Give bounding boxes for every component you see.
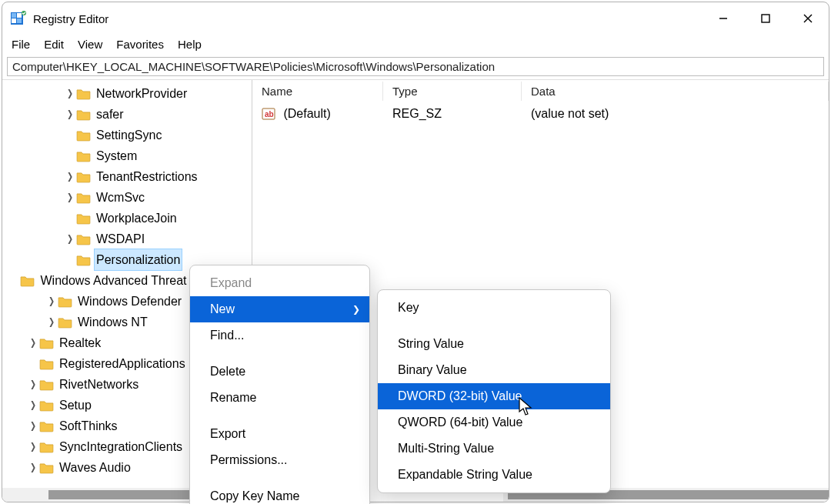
tree-expand-icon[interactable]: ❯ xyxy=(65,104,75,125)
value-row[interactable]: ab (Default) REG_SZ (value not set) xyxy=(252,103,829,125)
tree-item-label: RivetNetworks xyxy=(58,374,140,395)
close-button[interactable] xyxy=(786,2,829,35)
menu-view[interactable]: View xyxy=(78,38,102,51)
menu-item[interactable]: DWORD (32-bit) Value xyxy=(378,383,610,409)
menu-bar: File Edit View Favorites Help xyxy=(2,35,829,57)
app-icon xyxy=(10,10,27,27)
tree-item[interactable]: ❯NetworkProvider xyxy=(2,83,252,104)
tree-expand-icon[interactable]: ❯ xyxy=(28,436,38,457)
value-name: (Default) xyxy=(283,107,330,120)
tree-expand-icon[interactable]: ❯ xyxy=(28,457,38,478)
tree-item[interactable]: ❯WorkplaceJoin xyxy=(2,208,252,229)
menu-item: Expand xyxy=(190,270,369,296)
folder-icon xyxy=(76,192,92,204)
menu-item-label: Permissions... xyxy=(210,453,287,467)
menu-item[interactable]: String Value xyxy=(378,331,610,357)
tree-expand-icon[interactable]: ❯ xyxy=(47,291,57,312)
tree-item[interactable]: ❯SettingSync xyxy=(2,125,252,145)
tree-item[interactable]: ❯WSDAPI xyxy=(2,229,252,249)
menu-file[interactable]: File xyxy=(12,38,30,51)
menu-item[interactable]: Binary Value xyxy=(378,357,610,383)
folder-icon xyxy=(39,399,55,412)
menu-item[interactable]: New❯ xyxy=(190,296,369,322)
menu-item[interactable]: Expandable String Value xyxy=(378,462,610,488)
menu-item-label: DWORD (32-bit) Value xyxy=(398,389,522,403)
tree-item-label: WcmSvc xyxy=(95,187,146,208)
menu-separator xyxy=(195,416,365,416)
folder-icon xyxy=(58,295,73,308)
tree-item-label: SyncIntegrationClients xyxy=(58,436,184,457)
folder-icon xyxy=(39,420,55,432)
menu-separator xyxy=(382,325,606,326)
menu-item-label: Delete xyxy=(210,365,245,379)
menu-item-label: QWORD (64-bit) Value xyxy=(398,416,522,429)
tree-item-label: Windows Defender xyxy=(76,291,183,312)
svg-rect-7 xyxy=(762,15,769,22)
tree-item-label: WorkplaceJoin xyxy=(95,208,179,229)
menu-item-label: Rename xyxy=(210,391,256,405)
menu-item[interactable]: Multi-String Value xyxy=(378,436,610,462)
menu-item-label: Expandable String Value xyxy=(398,468,532,482)
value-name-cell: ab (Default) xyxy=(252,105,383,123)
tree-expand-icon[interactable]: ❯ xyxy=(28,416,38,436)
tree-expand-icon[interactable]: ❯ xyxy=(28,374,38,395)
tree-item-label: RegisteredApplications xyxy=(58,353,187,374)
menu-item-label: Find... xyxy=(210,329,244,342)
folder-icon xyxy=(76,233,92,245)
folder-icon xyxy=(76,171,92,183)
folder-icon xyxy=(76,129,92,142)
menu-item-label: Key xyxy=(398,301,419,315)
title-bar: Registry Editor xyxy=(2,2,829,35)
svg-rect-4 xyxy=(17,18,22,23)
tree-expand-icon[interactable]: ❯ xyxy=(47,312,57,332)
tree-item-label: WSDAPI xyxy=(95,229,146,249)
tree-item[interactable]: ❯System xyxy=(2,145,252,166)
tree-expand-icon[interactable]: ❯ xyxy=(28,332,38,353)
menu-item[interactable]: Permissions... xyxy=(190,447,369,473)
values-header: Name Type Data xyxy=(252,80,829,103)
tree-item[interactable]: ❯TenantRestrictions xyxy=(2,166,252,187)
svg-rect-1 xyxy=(12,13,16,18)
folder-icon xyxy=(39,337,55,349)
folder-icon xyxy=(76,212,92,225)
menu-item[interactable]: Rename xyxy=(190,385,369,411)
tree-expand-icon[interactable]: ❯ xyxy=(65,83,75,104)
menu-edit[interactable]: Edit xyxy=(44,38,64,51)
folder-icon xyxy=(39,379,55,391)
menu-separator xyxy=(195,478,365,479)
menu-item-label: Multi-String Value xyxy=(398,442,494,456)
menu-item[interactable]: Export xyxy=(190,421,369,447)
tree-expand-icon[interactable]: ❯ xyxy=(65,229,75,249)
tree-expand-icon[interactable]: ❯ xyxy=(65,166,75,187)
address-bar[interactable]: Computer\HKEY_LOCAL_MACHINE\SOFTWARE\Pol… xyxy=(7,57,824,76)
folder-icon xyxy=(76,108,92,121)
tree-item-label: SettingSync xyxy=(95,125,163,145)
menu-item[interactable]: Copy Key Name xyxy=(190,483,369,504)
column-data[interactable]: Data xyxy=(522,82,829,101)
maximize-button[interactable] xyxy=(744,2,786,35)
tree-item[interactable]: ❯safer xyxy=(2,104,252,125)
submenu-arrow-icon: ❯ xyxy=(352,304,360,315)
menu-help[interactable]: Help xyxy=(178,38,202,51)
tree-item-label: System xyxy=(95,145,138,166)
context-submenu-new: KeyString ValueBinary ValueDWORD (32-bit… xyxy=(377,289,611,493)
menu-item[interactable]: Key xyxy=(378,295,610,321)
menu-item-label: Copy Key Name xyxy=(210,489,300,503)
folder-icon xyxy=(58,316,73,329)
tree-item[interactable]: ❯WcmSvc xyxy=(2,187,252,208)
menu-item-label: Binary Value xyxy=(398,363,467,377)
tree-item-label: NetworkProvider xyxy=(95,83,189,104)
column-name[interactable]: Name xyxy=(252,82,383,101)
minimize-button[interactable] xyxy=(702,2,744,35)
column-type[interactable]: Type xyxy=(383,82,522,101)
menu-favorites[interactable]: Favorites xyxy=(116,38,164,51)
tree-expand-icon[interactable]: ❯ xyxy=(65,187,75,208)
folder-icon xyxy=(39,358,55,370)
menu-item[interactable]: Find... xyxy=(190,322,369,349)
menu-item[interactable]: Delete xyxy=(190,359,369,385)
svg-rect-3 xyxy=(12,18,16,23)
menu-item-label: Expand xyxy=(210,276,252,290)
tree-expand-icon[interactable]: ❯ xyxy=(28,395,38,416)
menu-item-label: Export xyxy=(210,427,245,441)
menu-item[interactable]: QWORD (64-bit) Value xyxy=(378,409,610,436)
